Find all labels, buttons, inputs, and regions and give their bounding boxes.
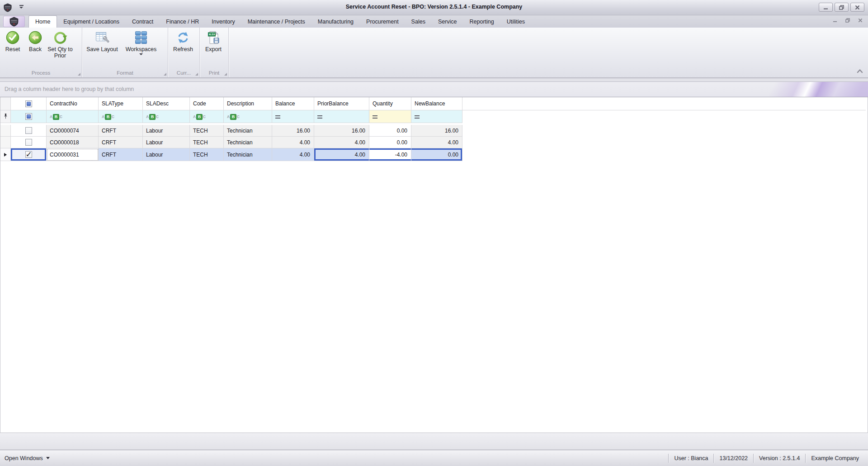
ribbon: Reset Back: [0, 28, 868, 78]
tab-procurement[interactable]: Procurement: [360, 16, 405, 28]
cell-sladesc[interactable]: Labour: [143, 148, 190, 161]
row-checkbox[interactable]: [25, 127, 32, 134]
quick-access-bar: [19, 5, 24, 6]
application-menu-button[interactable]: [3, 16, 25, 27]
grid-area: ContractNo SLAType SLADesc Code Descript…: [0, 97, 868, 433]
tab-utilities[interactable]: Utilities: [500, 16, 531, 28]
tab-contract[interactable]: Contract: [126, 16, 160, 28]
cell-code[interactable]: TECH: [190, 137, 224, 148]
column-header-priorbalance[interactable]: PriorBalance: [314, 97, 369, 110]
cell-sladesc[interactable]: Labour: [143, 137, 190, 148]
workspaces-button[interactable]: Workspaces: [121, 29, 161, 55]
cell-slatype[interactable]: CRFT: [99, 125, 143, 137]
column-header-sladesc[interactable]: SLADesc: [143, 97, 190, 110]
cell-balance[interactable]: 4.00: [272, 137, 314, 148]
filter-cell-contractno[interactable]: ABC: [47, 110, 99, 123]
ribbon-group-format: Save Layout Workspaces: [82, 28, 168, 77]
cell-priorbalance[interactable]: 16.00: [314, 125, 369, 137]
open-windows-dropdown[interactable]: Open Windows: [0, 455, 50, 461]
collapse-ribbon-button[interactable]: [855, 67, 864, 75]
reset-button[interactable]: Reset: [1, 29, 24, 52]
cell-priorbalance[interactable]: 4.00: [314, 148, 369, 161]
child-minimize-button[interactable]: [833, 18, 837, 23]
restore-button[interactable]: [835, 3, 849, 12]
filter-cell-newbalance[interactable]: [411, 110, 462, 123]
column-header-quantity[interactable]: Quantity: [369, 97, 411, 110]
filter-checkbox-cell[interactable]: [11, 110, 47, 123]
cell-newbalance[interactable]: 16.00: [411, 125, 462, 137]
refresh-button[interactable]: Refresh: [169, 29, 197, 52]
row-checkbox[interactable]: [25, 139, 32, 146]
dialog-launcher-icon[interactable]: [224, 73, 227, 76]
cell-code[interactable]: TECH: [190, 148, 224, 161]
cell-quantity[interactable]: 0.00: [369, 125, 411, 137]
tab-service[interactable]: Service: [432, 16, 463, 28]
tab-home[interactable]: Home: [28, 15, 57, 28]
filter-checkbox[interactable]: [25, 113, 32, 120]
cell-quantity[interactable]: -4.00: [369, 148, 411, 161]
column-header-contractno[interactable]: ContractNo: [47, 97, 99, 110]
tab-sales[interactable]: Sales: [405, 16, 432, 28]
minimize-button[interactable]: [819, 3, 833, 12]
group-label-print: Print: [209, 70, 220, 76]
save-layout-button[interactable]: Save Layout: [83, 29, 121, 52]
column-header-newbalance[interactable]: NewBalance: [411, 97, 462, 110]
row-filler: [462, 137, 866, 148]
child-close-button[interactable]: [858, 18, 863, 23]
column-header-balance[interactable]: Balance: [272, 97, 314, 110]
column-header-slatype[interactable]: SLAType: [99, 97, 143, 110]
filter-cell-quantity[interactable]: [369, 110, 411, 123]
tab-inventory[interactable]: Inventory: [205, 16, 241, 28]
tab-reporting[interactable]: Reporting: [463, 16, 500, 28]
select-all-column-header[interactable]: [11, 97, 47, 110]
cell-description[interactable]: Technician: [224, 137, 272, 148]
dialog-launcher-icon[interactable]: [195, 73, 198, 76]
cell-contractno[interactable]: CO0000031: [47, 148, 99, 161]
group-label-process: Process: [32, 70, 51, 76]
export-button[interactable]: XLSX Export: [201, 29, 226, 52]
cell-description[interactable]: Technician: [224, 148, 272, 161]
app-icon[interactable]: [3, 3, 12, 12]
child-restore-button[interactable]: [845, 18, 850, 23]
cell-slatype[interactable]: CRFT: [99, 148, 143, 161]
cell-priorbalance[interactable]: 4.00: [314, 137, 369, 148]
cell-contractno[interactable]: CO0000074: [47, 125, 99, 137]
quick-access-dropdown-icon[interactable]: [18, 4, 24, 10]
dialog-launcher-icon[interactable]: [164, 73, 166, 76]
cell-balance[interactable]: 4.00: [272, 148, 314, 161]
cell-newbalance[interactable]: 0.00: [411, 148, 462, 161]
cell-slatype[interactable]: CRFT: [99, 137, 143, 148]
row-select-cell[interactable]: [11, 148, 47, 161]
row-checkbox[interactable]: [25, 151, 32, 158]
close-button[interactable]: [850, 3, 864, 12]
filter-cell-description[interactable]: ABC: [224, 110, 272, 123]
cell-sladesc[interactable]: Labour: [143, 125, 190, 137]
filter-cell-balance[interactable]: [272, 110, 314, 123]
filter-cell-code[interactable]: ABC: [190, 110, 224, 123]
filter-cell-slatype[interactable]: ABC: [99, 110, 143, 123]
cell-description[interactable]: Technician: [224, 125, 272, 137]
cell-contractno[interactable]: CO0000018: [47, 137, 99, 148]
select-all-checkbox[interactable]: [25, 100, 32, 107]
row-select-cell[interactable]: [11, 125, 47, 137]
tab-maintenance-projects[interactable]: Maintenance / Projects: [241, 16, 311, 28]
back-button[interactable]: Back: [24, 29, 46, 52]
tab-manufacturing[interactable]: Manufacturing: [311, 16, 360, 28]
set-qty-to-prior-button[interactable]: Set Qty to Prior: [46, 29, 74, 59]
dialog-launcher-icon[interactable]: [78, 73, 80, 76]
cell-newbalance[interactable]: 4.00: [411, 137, 462, 148]
ribbon-group-process: Reset Back: [0, 28, 82, 77]
group-by-panel[interactable]: Drag a column header here to group by th…: [0, 82, 868, 97]
cell-balance[interactable]: 16.00: [272, 125, 314, 137]
filter-cell-sladesc[interactable]: ABC: [143, 110, 190, 123]
text-filter-icon: ABC: [50, 114, 62, 120]
filter-cell-priorbalance[interactable]: [314, 110, 369, 123]
column-header-description[interactable]: Description: [224, 97, 272, 110]
column-header-code[interactable]: Code: [190, 97, 224, 110]
equals-filter-icon: [373, 115, 377, 119]
cell-quantity[interactable]: 0.00: [369, 137, 411, 148]
tab-equipment-locations[interactable]: Equipment / Locations: [57, 16, 126, 28]
tab-finance-hr[interactable]: Finance / HR: [160, 16, 205, 28]
row-select-cell[interactable]: [11, 137, 47, 148]
cell-code[interactable]: TECH: [190, 125, 224, 137]
